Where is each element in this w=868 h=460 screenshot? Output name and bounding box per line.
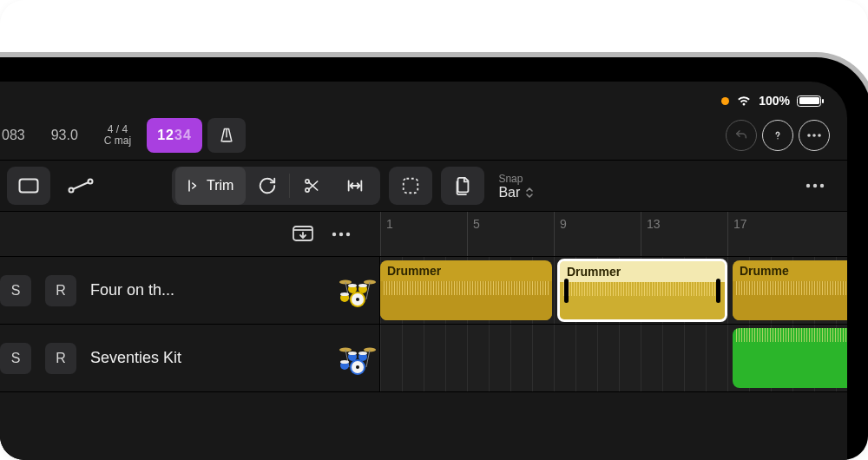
track-lane[interactable]: DrummerDrummerDrumme: [380, 257, 847, 324]
record-enable-button[interactable]: R: [45, 275, 76, 306]
solo-button[interactable]: S: [0, 343, 31, 374]
region-trim-handle-right[interactable]: [716, 279, 720, 303]
ruler-number: 9: [560, 217, 567, 231]
timeline-ruler[interactable]: 1591317: [380, 212, 847, 256]
region-waveform: [736, 328, 847, 342]
snap-value: Bar: [498, 186, 520, 199]
region-selected[interactable]: Drummer: [557, 259, 727, 322]
ruler-tick: 9: [554, 212, 641, 256]
battery-percent: 100%: [759, 94, 790, 108]
snap-label: Snap: [498, 173, 534, 186]
region-waveform: [384, 281, 549, 295]
svg-point-22: [348, 284, 357, 287]
tracks-toolbar: Trim Snap: [0, 160, 847, 212]
region[interactable]: Drumme: [733, 260, 847, 320]
edit-tool-group: Trim: [172, 167, 380, 205]
svg-point-2: [812, 134, 816, 137]
split-tool-button[interactable]: [290, 167, 333, 205]
record-enable-button[interactable]: R: [45, 343, 76, 374]
metronome-button[interactable]: [207, 118, 246, 153]
ipad-frame: 100% 083 93.0 4 / 4 C maj 1234: [0, 52, 868, 460]
svg-point-10: [806, 184, 810, 187]
automation-button[interactable]: [59, 167, 102, 205]
track-header-row: 1591317: [0, 212, 847, 257]
svg-point-12: [820, 184, 824, 187]
more-menu-button[interactable]: [799, 120, 830, 151]
region-label: Drummer: [380, 260, 552, 281]
region[interactable]: Drummer: [380, 260, 552, 320]
ruler-tick: 5: [467, 212, 554, 256]
count-in-button[interactable]: 1234: [147, 118, 202, 153]
time-signature-display[interactable]: 4 / 4 C maj: [94, 118, 141, 153]
svg-point-0: [777, 138, 778, 139]
region-waveform: [563, 282, 721, 296]
svg-point-1: [807, 134, 811, 137]
svg-point-37: [358, 352, 367, 355]
region-view-button[interactable]: [7, 167, 50, 205]
track-header[interactable]: SRFour on th...: [0, 257, 380, 324]
svg-rect-4: [20, 180, 38, 193]
snap-selector[interactable]: Snap Bar: [498, 173, 534, 199]
position-display[interactable]: 083: [0, 118, 36, 153]
track-lane[interactable]: [380, 325, 847, 391]
svg-point-3: [818, 134, 821, 137]
region[interactable]: [733, 328, 847, 388]
copy-tool-button[interactable]: [441, 167, 484, 205]
help-button[interactable]: [762, 120, 793, 151]
battery-icon: [797, 95, 821, 107]
ruler-number: 1: [386, 217, 393, 231]
region-trim-handle-left[interactable]: [564, 279, 569, 303]
tracks-area: SRFour on th... DrummerDrummerDrummeSRSe…: [0, 257, 847, 392]
status-bar: 100%: [0, 82, 847, 111]
ruler-tick: 13: [641, 212, 727, 256]
track-instrument-icon[interactable]: [336, 272, 379, 310]
move-tool-button[interactable]: [333, 167, 377, 205]
catch-playhead-button[interactable]: [292, 225, 314, 244]
ruler-tick: 1: [380, 212, 467, 256]
ruler-number: 17: [733, 217, 747, 231]
toolbar-more-button[interactable]: [806, 183, 832, 188]
track-name: Four on th...: [90, 281, 322, 299]
trim-label: Trim: [207, 178, 233, 194]
track-instrument-icon[interactable]: [336, 339, 379, 378]
svg-point-16: [346, 232, 350, 235]
svg-point-35: [348, 352, 357, 355]
svg-line-20: [366, 282, 370, 299]
svg-point-40: [356, 365, 359, 369]
region-label: Drummer: [560, 261, 725, 282]
svg-point-11: [813, 184, 817, 187]
svg-point-42: [340, 360, 349, 364]
chevron-updown-icon: [525, 187, 534, 199]
svg-point-27: [356, 298, 359, 301]
app-screen: 100% 083 93.0 4 / 4 C maj 1234: [0, 82, 847, 460]
count-in-12: 12: [157, 128, 174, 143]
ruler-tick: 17: [727, 212, 814, 256]
svg-point-14: [332, 232, 336, 235]
solo-button[interactable]: S: [0, 275, 31, 306]
ruler-number: 13: [647, 217, 661, 231]
ruler-number: 5: [473, 217, 480, 231]
track-row: SRSeventies Kit: [0, 325, 847, 392]
region-label: Drumme: [733, 260, 847, 281]
key-value: C maj: [104, 135, 131, 147]
svg-point-29: [340, 292, 349, 296]
svg-rect-9: [404, 179, 418, 194]
recording-indicator-dot: [721, 97, 729, 105]
track-header-more-button[interactable]: [332, 232, 358, 237]
track-header[interactable]: SRSeventies Kit: [0, 325, 380, 391]
trim-tool-button[interactable]: Trim: [175, 167, 246, 205]
tempo-display[interactable]: 93.0: [41, 118, 89, 153]
undo-button[interactable]: [726, 120, 757, 151]
count-in-34: 34: [174, 128, 192, 143]
loop-tool-button[interactable]: [246, 167, 289, 205]
track-name: Seventies Kit: [90, 349, 322, 367]
marquee-tool-button[interactable]: [389, 167, 432, 205]
wifi-icon: [736, 95, 752, 107]
control-bar: 083 93.0 4 / 4 C maj 1234: [0, 111, 847, 160]
svg-line-33: [366, 350, 370, 367]
track-row: SRFour on th... DrummerDrummerDrumme: [0, 257, 847, 325]
svg-point-15: [339, 232, 343, 235]
region-waveform: [736, 281, 847, 295]
svg-point-24: [358, 284, 367, 287]
